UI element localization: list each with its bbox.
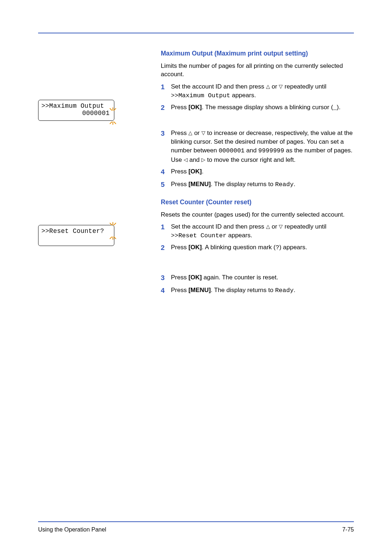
- step-number: 1: [161, 222, 171, 240]
- steps-max-output: 1 Set the account ID and then press △ or…: [161, 82, 354, 190]
- steps-reset-counter: 1 Set the account ID and then press △ or…: [161, 222, 354, 296]
- triangle-up-icon: △: [266, 83, 270, 90]
- intro-paragraph: Resets the counter (pages used) for the …: [161, 210, 354, 219]
- lcd-reset-counter: >>Reset Counter?: [38, 225, 114, 246]
- footer-left: Using the Operation Panel: [38, 526, 106, 533]
- step-number: 4: [161, 286, 171, 296]
- step-body: Set the account ID and then press △ or ▽…: [171, 222, 354, 240]
- step-number: 5: [161, 180, 171, 190]
- svg-line-3: [110, 122, 112, 124]
- step-body: Press △ or ▽ to increase or decrease, re…: [171, 129, 354, 164]
- step-body: Press [OK] again. The counter is reset.: [171, 273, 354, 283]
- triangle-down-icon: ▽: [279, 83, 283, 90]
- step-body: Press [OK].: [171, 167, 354, 177]
- triangle-down-icon: ▽: [201, 130, 205, 137]
- step-number: 2: [161, 103, 171, 113]
- step-body: Press [OK]. The message display shows a …: [171, 103, 354, 113]
- step-body: Press [MENU]. The display returns to Rea…: [171, 286, 354, 296]
- triangle-down-icon: ▽: [279, 223, 283, 230]
- step-body: Press [OK]. A blinking question mark (?)…: [171, 243, 354, 253]
- lcd-line2: 0000001: [41, 110, 111, 117]
- lcd-max-output: >>Maximum Output 0000001: [38, 100, 114, 121]
- step-body: Set the account ID and then press △ or ▽…: [171, 82, 354, 100]
- section-heading-max-output: Maximum Output (Maximum print output set…: [161, 50, 354, 57]
- intro-paragraph: Limits the number of pages for all print…: [161, 62, 354, 79]
- triangle-up-icon: △: [188, 130, 192, 137]
- section-heading-reset-counter: Reset Counter (Counter reset): [161, 198, 354, 206]
- step-number: 1: [161, 82, 171, 100]
- step-number: 3: [161, 273, 171, 283]
- lcd-line1: >>Maximum Output: [41, 102, 111, 110]
- bottom-rule: [38, 521, 354, 522]
- footer-right: 7-75: [342, 526, 354, 533]
- page-footer: Using the Operation Panel 7-75: [38, 521, 354, 533]
- svg-line-5: [114, 122, 116, 124]
- triangle-left-icon: ◁: [184, 156, 188, 164]
- lcd-line1: >>Reset Counter?: [41, 227, 111, 235]
- step-number: 3: [161, 129, 171, 164]
- step-number: 4: [161, 167, 171, 177]
- lcd-line2: [41, 235, 111, 242]
- triangle-right-icon: ▷: [201, 156, 205, 164]
- triangle-up-icon: △: [266, 223, 270, 230]
- step-body: Press [MENU]. The display returns to Rea…: [171, 180, 354, 190]
- step-number: 2: [161, 243, 171, 253]
